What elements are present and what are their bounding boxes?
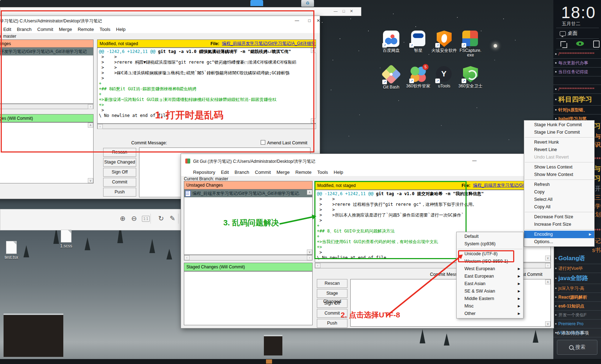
menu-item-show-less-context[interactable]: Show Less Context xyxy=(524,164,594,171)
menu-item-stage-line-for-commit[interactable]: Stage Line For Commit xyxy=(524,129,594,136)
sign-off-button[interactable]: Sign Off xyxy=(103,168,136,177)
menu-item-encoding[interactable]: Encoding▶ xyxy=(524,231,594,238)
capture-window-controls[interactable]: —□✕ xyxy=(334,9,358,14)
note-item[interactable]: React源码解析 xyxy=(553,293,601,302)
note-item[interactable]: 针对js原型链、 xyxy=(553,106,601,114)
menu-separator xyxy=(525,180,594,180)
desktop-icon-git-bash[interactable]: ↗Git Bash xyxy=(378,66,405,90)
desktop-icon-fscapture-exe[interactable]: ↗FSCapture.exe xyxy=(457,31,484,58)
search-box[interactable]: 搜索 xyxy=(557,340,597,355)
zoom-in-icon[interactable]: ⊕ xyxy=(120,214,126,223)
stage-changed-button[interactable]: Stage Changed xyxy=(103,158,136,167)
note-item[interactable]: Golang语 xyxy=(553,253,601,264)
note-item[interactable]: java全部路 xyxy=(553,273,601,284)
menu-item-middle-eastern[interactable]: Middle Eastern▶ xyxy=(457,295,523,303)
desktop-tab[interactable]: 桌面 xyxy=(560,30,578,37)
add-todo-button[interactable]: ⊕ 添加待办事项 xyxy=(556,330,589,336)
menu-tools[interactable]: Tools xyxy=(314,170,331,175)
menu-merge[interactable]: Merge xyxy=(274,170,293,175)
menu-item-show-more-context[interactable]: Show More Context xyxy=(524,171,594,178)
scroll-right-icon[interactable]: › xyxy=(307,255,312,260)
menu-item-select-all[interactable]: Select All xyxy=(524,196,594,203)
menu-item-misc[interactable]: Misc▶ xyxy=(457,303,523,310)
notification-badge: 5 xyxy=(422,64,429,70)
titlebar[interactable]: Git Gui (洪学习笔记) C:/Users/Administrator/D… xyxy=(181,154,554,168)
menu-item-east-european[interactable]: East European▶ xyxy=(457,273,523,280)
eye-icon[interactable] xyxy=(576,41,584,46)
scroll-up-icon[interactable]: ∧ xyxy=(545,279,551,284)
note-item[interactable] xyxy=(553,76,601,85)
menu-item-revert-line[interactable]: Revert Line xyxy=(524,146,594,154)
scroll-down-icon[interactable]: ∨ xyxy=(545,256,551,261)
desktop-file-1scss[interactable]: 1.scss xyxy=(55,230,77,248)
utools-icon: Y↗ xyxy=(436,66,452,82)
rescan-button[interactable]: Rescan xyxy=(317,279,347,288)
menu-item-undo-last-revert[interactable]: Undo Last Revert xyxy=(524,154,594,161)
h-scrollbar[interactable]: ‹ › xyxy=(184,255,313,261)
menu-help[interactable]: Help xyxy=(331,170,346,175)
menu-item-west-european[interactable]: West European▶ xyxy=(457,265,523,273)
staged-file-list[interactable] xyxy=(184,271,313,325)
note-icon[interactable] xyxy=(593,41,600,48)
crop-icon[interactable] xyxy=(560,41,566,47)
menu-item-other[interactable]: Other▶ xyxy=(457,310,523,317)
desktop-icon-火绒安全软件[interactable]: ↗火绒安全软件 xyxy=(431,31,458,53)
menu-item-se-sw-asian[interactable]: SE & SW Asian▶ xyxy=(457,288,523,295)
menu-edit[interactable]: Edit xyxy=(218,170,232,175)
recycle-bin-icon[interactable]: ♻ xyxy=(301,0,314,7)
desktop-icon-360安全卫士[interactable]: ↗360安全卫士 xyxy=(457,66,484,89)
file-row[interactable]: 编程_前端开发学习笔记/Git学习笔记/A_Git详细学习笔记. xyxy=(184,190,312,197)
menu-item-decrease-font-size[interactable]: Decrease Font Size xyxy=(524,213,594,221)
menu-commit[interactable]: Commit xyxy=(252,170,274,175)
menu-repository[interactable]: Repository xyxy=(190,170,218,175)
scroll-down-icon[interactable]: ∨ xyxy=(307,250,312,255)
menu-item-revert-hunk[interactable]: Revert Hunk xyxy=(524,139,594,146)
menu-item-increase-font-size[interactable]: Increase Font Size xyxy=(524,221,594,228)
zoom-out-icon[interactable]: ⊖ xyxy=(131,214,137,223)
scroll-left-icon[interactable]: ‹ xyxy=(315,263,320,268)
menu-item-options[interactable]: Options... xyxy=(524,238,594,246)
menu-bar[interactable]: RepositoryEditBranchCommitMergeRemoteToo… xyxy=(181,168,554,176)
scroll-down-icon[interactable]: ∨ xyxy=(88,178,93,183)
desktop-icon-utools[interactable]: Y↗uTools xyxy=(431,66,458,89)
note-item[interactable]: /********************* xyxy=(553,85,601,94)
note-item[interactable]: Premiere Pro xyxy=(553,320,601,328)
note-item[interactable]: 科目四学习 xyxy=(553,94,601,106)
note-item[interactable]: 每次更新代办事 xyxy=(553,59,601,68)
menu-item-stage-hunk-for-commit[interactable]: Stage Hunk For Commit xyxy=(524,121,594,129)
desktop-icon-百度网盘[interactable]: ↗百度网盘 xyxy=(378,31,405,53)
note-item[interactable]: 进行对Vue毕 xyxy=(553,264,601,273)
scroll-down-icon[interactable]: ∨ xyxy=(545,321,551,326)
note-item[interactable]: /********************* xyxy=(553,50,601,59)
rotate-icon[interactable]: ↻ xyxy=(158,214,164,223)
menu-item-copy[interactable]: Copy xyxy=(524,188,594,196)
desktop-screen: ♻ —□✕ ⊕⊖1:1↻✎↧ ↗百度网盘↗智星↗火绒安全软件↗FSCapture… xyxy=(0,0,601,364)
minimize-button[interactable]: — xyxy=(468,158,480,163)
scroll-right-icon[interactable]: › xyxy=(545,263,551,268)
menu-item-refresh[interactable]: Refresh xyxy=(524,181,594,188)
menu-item-copy-all[interactable]: Copy All xyxy=(524,203,594,211)
menu-remote[interactable]: Remote xyxy=(292,170,314,175)
scroll-left-icon[interactable]: ‹ xyxy=(184,255,190,260)
push-button[interactable]: Push xyxy=(317,319,347,328)
draw-icon[interactable]: ✎ xyxy=(170,214,175,223)
commit-button[interactable]: Commit xyxy=(103,178,136,187)
push-button[interactable]: Push xyxy=(103,188,136,197)
scroll-up-icon[interactable]: ∧ xyxy=(307,190,312,195)
menu-item-default[interactable]: Default xyxy=(457,233,523,240)
menu-item-east-asian[interactable]: East Asian▶ xyxy=(457,280,523,288)
note-item[interactable]: es6-11知识点 xyxy=(553,302,601,311)
desktop-icon-智星[interactable]: ↗智星 xyxy=(405,31,432,53)
note-item[interactable]: 开发一个类似F xyxy=(553,311,601,320)
sign-off-button[interactable]: Sign Off xyxy=(317,299,347,308)
actual-size-icon[interactable]: 1:1 xyxy=(142,216,150,222)
shortcut-arrow-icon: ↗ xyxy=(409,79,414,83)
menu-branch[interactable]: Branch xyxy=(232,170,252,175)
desktop-file-testtsx[interactable]: test.tsx xyxy=(1,241,22,260)
partial-desktop-icon[interactable] xyxy=(250,0,263,6)
desktop-icon-360软件管家[interactable]: 5↗360软件管家 xyxy=(405,66,432,89)
menu-item-system-cp936[interactable]: System (cp936) xyxy=(457,240,523,248)
stage-changed-button[interactable]: Stage Changed xyxy=(317,289,347,298)
note-item[interactable]: 当日任务记得提 xyxy=(553,68,601,76)
note-item[interactable]: js深入学习-高 xyxy=(553,284,601,293)
